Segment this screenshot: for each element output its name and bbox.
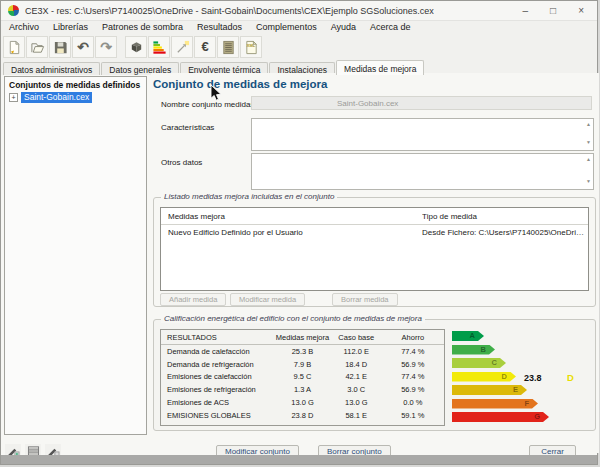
rating-indicator-value: 23.8 bbox=[524, 373, 542, 383]
table-cell: Desde Fichero: C:\Users\P7140025\OneDriv… bbox=[422, 228, 588, 237]
energy-bar-row: C bbox=[452, 358, 594, 368]
report-button[interactable] bbox=[217, 36, 239, 58]
building-3d-icon bbox=[129, 40, 144, 55]
pointer-arrow-button[interactable] bbox=[171, 36, 193, 58]
results-cell: 0.0 % bbox=[382, 398, 444, 407]
app-icon bbox=[8, 5, 19, 16]
measures-list-groupbox: Listado medidas mejora incluidas en el c… bbox=[153, 197, 596, 307]
results-row: EMISIONES GLOBALES23.8 D58.1 E59.1 % bbox=[161, 409, 444, 422]
column-header: Medidas mejora bbox=[168, 212, 422, 221]
results-row: Emisiones de refrigeración1.3 A3.0 C56.9… bbox=[161, 383, 444, 396]
energy-letter: C bbox=[492, 358, 497, 368]
results-row: Emisiones de ACS13.0 G13.0 G0.0 % bbox=[161, 396, 444, 409]
results-cell: 18.4 D bbox=[331, 360, 382, 369]
toolbar: ↶ ↷ € XML bbox=[1, 34, 597, 60]
energy-bar-row: F bbox=[452, 399, 594, 409]
tree-item-label: Saint-Gobain.cex bbox=[21, 92, 92, 103]
redo-button[interactable]: ↷ bbox=[95, 36, 117, 58]
report-icon bbox=[221, 40, 236, 55]
energy-letter: B bbox=[481, 345, 486, 355]
save-icon bbox=[53, 40, 68, 55]
energy-scale-chart: ABCDEFG23.8D bbox=[452, 331, 594, 427]
results-table-header: RESULTADOSMedidas mejoraCaso baseAhorro bbox=[161, 330, 444, 345]
add-measure-button[interactable]: Añadir medida bbox=[160, 293, 226, 306]
new-file-icon bbox=[7, 40, 22, 55]
save-button[interactable] bbox=[49, 36, 71, 58]
arrow-icon bbox=[175, 40, 190, 55]
results-row: Demanda de calefacción25.3 B112.0 E77.4 … bbox=[161, 345, 444, 358]
energy-bar-row: B bbox=[452, 345, 594, 355]
results-cell: 25.3 B bbox=[274, 347, 331, 356]
scroll-up-icon[interactable]: ▲ bbox=[586, 122, 591, 127]
results-cell: Emisiones de ACS bbox=[161, 398, 274, 407]
results-cell: 59.1 % bbox=[382, 411, 444, 420]
xml-letters: XML bbox=[241, 43, 261, 48]
results-cell: 56.9 % bbox=[382, 385, 444, 394]
results-cell: 1.3 A bbox=[274, 385, 331, 394]
table-row[interactable]: Nuevo Edificio Definido por el UsuarioDe… bbox=[161, 225, 588, 240]
minimize-button[interactable]: – bbox=[523, 6, 529, 16]
scroll-down-icon[interactable]: ▼ bbox=[586, 179, 591, 184]
measure-sets-tree: +Saint-Gobain.cex bbox=[5, 92, 146, 103]
energy-bar-g: G bbox=[452, 412, 549, 422]
energy-bar-e: E bbox=[452, 385, 527, 395]
results-cell: 9.5 C bbox=[274, 372, 331, 381]
building-3d-button[interactable] bbox=[125, 36, 147, 58]
energy-bar-c: C bbox=[452, 358, 506, 368]
energy-letter: F bbox=[524, 399, 529, 409]
energy-bar-row: G bbox=[452, 412, 594, 422]
results-row: Demanda de refrigeración7.9 B18.4 D56.9 … bbox=[161, 358, 444, 371]
open-folder-icon bbox=[30, 40, 45, 55]
results-cell: 13.0 G bbox=[274, 398, 331, 407]
scroll-up-icon[interactable]: ▲ bbox=[586, 157, 591, 162]
energy-bar-a: A bbox=[452, 331, 484, 341]
results-cell: Demanda de calefacción bbox=[161, 347, 274, 356]
otros-datos-label: Otros datos bbox=[161, 158, 202, 167]
rating-indicator-letter: D bbox=[567, 372, 574, 383]
energy-rating-title: Calificación energética del edificio con… bbox=[161, 314, 425, 323]
results-cell: 58.1 E bbox=[331, 411, 382, 420]
results-cell: 112.0 E bbox=[331, 347, 382, 356]
caracteristicas-textarea[interactable] bbox=[251, 118, 594, 151]
column-header: Medidas mejora bbox=[274, 333, 331, 342]
maximize-button[interactable]: □ bbox=[550, 6, 556, 16]
ce3x-window: CE3X - res: C:\Users\P7140025\OneDrive -… bbox=[0, 0, 598, 465]
undo-button[interactable]: ↶ bbox=[72, 36, 94, 58]
set-name-input[interactable] bbox=[251, 96, 592, 110]
table-cell: Nuevo Edificio Definido por el Usuario bbox=[168, 228, 422, 237]
otros-datos-textarea[interactable] bbox=[251, 153, 594, 190]
results-cell: EMISIONES GLOBALES bbox=[161, 411, 274, 420]
euro-icon: € bbox=[201, 40, 208, 54]
energy-bar-row: A bbox=[452, 331, 594, 341]
results-cell: Emisiones de calefacción bbox=[161, 372, 274, 381]
measures-list-title: Listado medidas mejora incluidas en el c… bbox=[161, 192, 337, 201]
results-cell: 77.4 % bbox=[382, 347, 444, 356]
delete-measure-button[interactable]: Borrar medida bbox=[332, 293, 398, 306]
modify-measure-button[interactable]: Modificar medida bbox=[230, 293, 305, 306]
scroll-down-icon[interactable]: ▼ bbox=[586, 140, 591, 145]
open-file-button[interactable] bbox=[26, 36, 48, 58]
redo-icon: ↷ bbox=[100, 40, 112, 54]
bottom-strip bbox=[1, 455, 597, 464]
measure-sets-panel: Conjuntos de medidas definidos +Saint-Go… bbox=[4, 76, 147, 435]
close-button[interactable]: × bbox=[578, 6, 584, 16]
column-header: RESULTADOS bbox=[161, 333, 274, 342]
cost-analysis-button[interactable]: € bbox=[194, 36, 216, 58]
energy-rating-groupbox: Calificación energética del edificio con… bbox=[153, 319, 596, 431]
expander-icon[interactable]: + bbox=[9, 93, 18, 102]
energy-letter: E bbox=[513, 385, 518, 395]
energy-rating-button[interactable] bbox=[148, 36, 170, 58]
column-header: Caso base bbox=[331, 333, 382, 342]
new-file-button[interactable] bbox=[3, 36, 25, 58]
results-table: RESULTADOSMedidas mejoraCaso baseAhorroD… bbox=[160, 329, 445, 426]
results-cell: 23.8 D bbox=[274, 411, 331, 420]
main-panel: Conjunto de medidas de mejora Nombre con… bbox=[151, 73, 599, 453]
tab-medidas-de-mejora[interactable]: Medidas de mejora bbox=[336, 60, 424, 75]
undo-icon: ↶ bbox=[77, 40, 89, 54]
column-header: Tipo de medida bbox=[422, 212, 588, 221]
measures-table-header: Medidas mejoraTipo de medida bbox=[161, 208, 588, 225]
xml-export-button[interactable]: XML bbox=[240, 36, 262, 58]
tree-item[interactable]: +Saint-Gobain.cex bbox=[9, 92, 146, 103]
tab-datos-administrativos[interactable]: Datos administrativos bbox=[3, 62, 100, 75]
results-row: Emisiones de calefacción9.5 C42.1 E77.4 … bbox=[161, 371, 444, 384]
